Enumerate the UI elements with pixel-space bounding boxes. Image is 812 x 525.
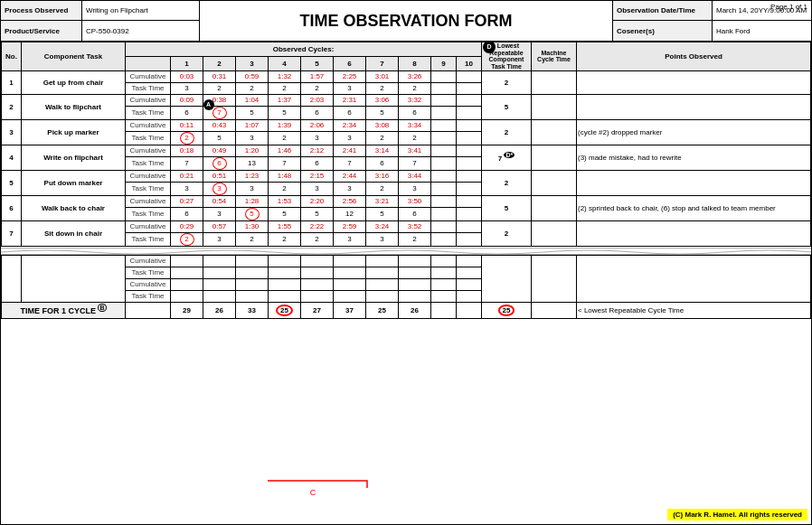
cum-label-4: Cumulative <box>126 170 171 182</box>
tfc-5: 27 <box>301 302 334 318</box>
cum-4-5: 2:44 <box>334 170 366 182</box>
cum-2-0: 0:11 <box>171 119 203 131</box>
tfc-6: 37 <box>334 302 366 318</box>
tt-2-8 <box>431 131 457 145</box>
cum-6-7: 3:52 <box>399 220 431 232</box>
row-task-2: Pick up marker <box>22 119 126 145</box>
cum-2-4: 2:06 <box>301 119 334 131</box>
col-10: 10 <box>457 56 482 70</box>
cum-4-9 <box>457 170 482 182</box>
tt-0-6: 2 <box>366 82 399 94</box>
cum-1-8 <box>431 94 457 106</box>
cum-6-1: 0:57 <box>203 220 236 232</box>
row-task-6: Sit down in chair <box>22 220 126 246</box>
col-4: 4 <box>269 56 301 70</box>
points-4 <box>577 170 811 195</box>
cum-3-6: 3:14 <box>366 145 399 156</box>
row-task-0: Get up from chair <box>22 70 126 94</box>
cum-3-8 <box>431 145 457 156</box>
cum-2-7: 3:34 <box>399 119 431 131</box>
cum-2-8 <box>431 119 457 131</box>
col-no: No. <box>2 42 22 71</box>
cum-6-4: 2:22 <box>301 220 334 232</box>
machine-4 <box>532 170 577 195</box>
points-3: (3) made mistake, had to rewrite <box>577 145 811 170</box>
tt-4-3: 2 <box>269 182 301 195</box>
tt-6-2: 2 <box>236 232 269 246</box>
row-no-5: 6 <box>2 195 22 220</box>
tt-0-2: 2 <box>236 82 269 94</box>
machine-1 <box>532 94 577 119</box>
cum-3-5: 2:41 <box>334 145 366 156</box>
tt-6-8 <box>431 232 457 246</box>
tt-5-3: 5 <box>269 207 301 220</box>
row-no-0: 1 <box>2 70 22 94</box>
tt-label-0: Task Time <box>126 82 171 94</box>
cum-4-0: 0:21 <box>171 170 203 182</box>
cum-1-2: 1:04 <box>236 94 269 106</box>
tt-4-0: 3 <box>171 182 203 195</box>
row-no-6: 7 <box>2 220 22 246</box>
cum-2-2: 1:07 <box>236 119 269 131</box>
tt-4-5: 3 <box>334 182 366 195</box>
tt-2-2: 3 <box>236 131 269 145</box>
footer-no <box>2 255 22 302</box>
cum-1-5: 2:31 <box>334 94 366 106</box>
tt-1-3: 5 <box>269 106 301 119</box>
cum-2-3: 1:39 <box>269 119 301 131</box>
cum-2-5: 2:34 <box>334 119 366 131</box>
footer-cum-label2: Cumulative <box>126 278 171 290</box>
cum-4-4: 2:15 <box>301 170 334 182</box>
tt-5-9 <box>457 207 482 220</box>
tt-0-3: 2 <box>269 82 301 94</box>
points-1 <box>577 94 811 119</box>
cum-6-9 <box>457 220 482 232</box>
product-value: CP-550-0392 <box>82 21 199 41</box>
tt-3-1: 6 <box>203 156 236 170</box>
tt-4-1: 3 <box>203 182 236 195</box>
cum-3-1: 0:49 <box>203 145 236 156</box>
tt-1-7: 6 <box>399 106 431 119</box>
footer-table: Cumulative Task Time Cumulative Task Tim… <box>1 255 811 319</box>
tt-3-7: 7 <box>399 156 431 170</box>
time-for-cycle-label: TIME FOR 1 CYCLE B <box>2 302 126 318</box>
tt-2-6: 2 <box>366 131 399 145</box>
observed-cycles-header: Observed Cycles: <box>126 42 482 57</box>
tt-3-2: 13 <box>236 156 269 170</box>
col-sub-label <box>126 56 171 70</box>
cum-1-0: 0:09 <box>171 94 203 106</box>
points-2: (cycle #2) dropped marker <box>577 119 811 145</box>
tt-2-4: 3 <box>301 131 334 145</box>
machine-3 <box>532 145 577 170</box>
cum-4-2: 1:23 <box>236 170 269 182</box>
process-value: Writing on Flipchart <box>82 1 199 20</box>
machine-2 <box>532 119 577 145</box>
col-9: 9 <box>431 56 457 70</box>
lowest-5: 5 <box>482 195 532 220</box>
cum-label-6: Cumulative <box>126 220 171 232</box>
cum-0-8 <box>431 70 457 82</box>
tt-1-9 <box>457 106 482 119</box>
row-no-3: 4 <box>2 145 22 170</box>
cum-1-9 <box>457 94 482 106</box>
tt-2-5: 3 <box>334 131 366 145</box>
tt-3-6: 6 <box>366 156 399 170</box>
row-task-4: Put down marker <box>22 170 126 195</box>
points-6 <box>577 220 811 246</box>
tt-5-1: 3 <box>203 207 236 220</box>
row-task-3: Write on flipchart <box>22 145 126 170</box>
cum-0-5: 2:25 <box>334 70 366 82</box>
main-table: No. Component Task Observed Cycles: D Lo… <box>1 42 811 247</box>
tt-3-3: 7 <box>269 156 301 170</box>
cum-4-7: 3:44 <box>399 170 431 182</box>
tt-6-7: 2 <box>399 232 431 246</box>
machine-5 <box>532 195 577 220</box>
cum-4-1: 0:51 <box>203 170 236 182</box>
row-task-5: Walk back to chair <box>22 195 126 220</box>
tt-0-0: 3 <box>171 82 203 94</box>
cum-6-0: 0:29 <box>171 220 203 232</box>
tt-4-2: 3 <box>236 182 269 195</box>
cum-0-1: 0:31 <box>203 70 236 82</box>
points-0 <box>577 70 811 94</box>
page-ref: Page 1 of 1 <box>770 3 807 11</box>
